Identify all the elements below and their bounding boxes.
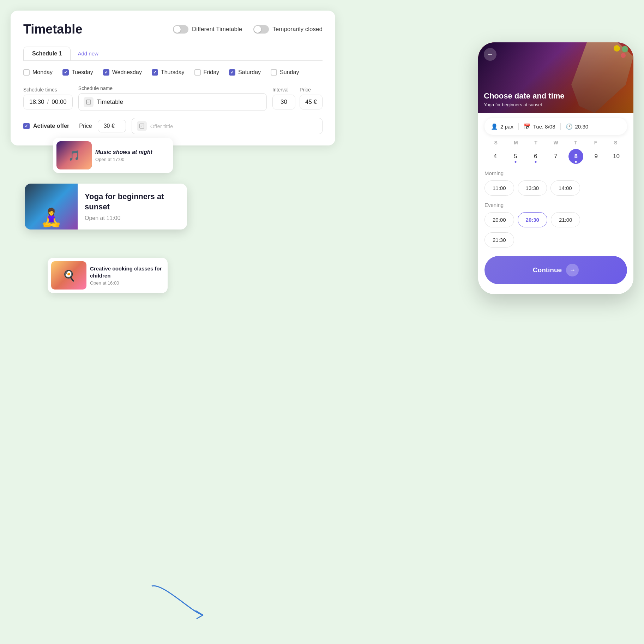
continue-arrow-icon: → [566,264,579,276]
day-name-t1: T [526,140,546,145]
dt-date[interactable]: 📅 Tue, 8/08 [524,123,555,130]
time-start: 18:30 [29,99,44,106]
price-label: Price [300,87,323,93]
date-value: Tue, 8/08 [533,124,555,130]
cal-date-7[interactable]: 7 [548,149,563,164]
phone-mockup: ← Choose date and time Yoga for beginner… [478,42,633,294]
day-wednesday[interactable]: Wednesday [103,69,142,76]
time-icon: 🕐 [566,123,573,130]
time-inputs-container[interactable]: 18:30 / 00:00 [23,95,73,109]
slot-2100[interactable]: 21:00 [551,212,580,227]
day-name-f: F [586,140,606,145]
slot-1100[interactable]: 11:00 [484,180,514,196]
header-text-overlay: Choose date and time Yoga for beginners … [484,91,565,107]
timetable-panel: Timetable Different Timetable Temporaril… [11,11,335,145]
time-value: 20:30 [575,124,589,130]
dt-divider-1 [518,123,519,130]
cooking-card[interactable]: 🍳 Creative cooking classes for children … [48,258,168,293]
day-name-w: W [546,140,566,145]
checkbox-thursday[interactable] [152,69,158,76]
checkbox-sunday[interactable] [271,69,277,76]
continue-label: Continue [533,266,562,274]
music-card-content: Music shows at night Open at 17:00 [95,149,167,162]
interval-input[interactable]: 30 [272,95,295,109]
calendar-dates: 4 5 6 7 8 9 10 [486,149,626,164]
offer-title-container[interactable]: Offer tittle [132,118,323,134]
pax-value: 2 pax [500,124,513,130]
checkbox-tuesday[interactable] [62,69,69,76]
day-friday[interactable]: Friday [194,69,219,76]
morning-slots: 11:00 13:30 14:00 [484,180,627,196]
music-card-title: Music shows at night [95,149,167,155]
price-sub-group: Price 45 € [300,87,323,109]
cal-date-6[interactable]: 6 [528,149,543,164]
interval-group: Interval 30 Price 45 € [272,87,323,109]
name-input-container[interactable]: Timetable [78,93,267,111]
interval-label: Interval [272,87,295,93]
yoga-card[interactable]: 🧘‍♀️ Yoga for beginners at sunset Open a… [25,184,187,229]
name-icon [84,97,94,107]
slot-2000[interactable]: 20:00 [484,212,514,227]
morning-label: Morning [484,170,627,176]
dt-time[interactable]: 🕐 20:30 [566,123,589,130]
offer-row: Activate offer Price 30 € Offer tittle [23,118,323,134]
slot-2030[interactable]: 20:30 [518,212,547,227]
phone-header-image: ← Choose date and time Yoga for beginner… [478,42,633,113]
timetable-header: Timetable Different Timetable Temporaril… [23,22,323,37]
activate-offer-label[interactable]: Activate offer [23,123,69,129]
day-thursday[interactable]: Thursday [152,69,185,76]
offer-title-placeholder[interactable]: Offer tittle [150,123,173,129]
day-name-s1: S [486,140,506,145]
slot-2130[interactable]: 21:30 [484,232,514,248]
cal-date-8[interactable]: 8 [568,149,583,164]
evening-label: Evening [484,202,627,208]
schedule-name-group: Schedule name Timetable [78,85,267,111]
back-button[interactable]: ← [484,48,496,61]
offer-checkbox[interactable] [23,123,30,129]
toggle-closed-switch[interactable] [253,25,269,34]
interval-sub-group: Interval 30 [272,87,295,109]
checkbox-friday[interactable] [194,69,201,76]
continue-button[interactable]: Continue → [484,256,627,284]
music-card[interactable]: 🎵 Music shows at night Open at 17:00 [53,138,173,173]
calendar-section: S M T W T F S 4 5 6 7 8 9 10 [484,140,627,164]
slot-1400[interactable]: 14:00 [550,180,580,196]
toggle-different-switch[interactable] [173,25,188,34]
yoga-card-open-time: Open at 11:00 [85,215,180,221]
cal-date-10[interactable]: 10 [609,149,624,164]
checkbox-wednesday[interactable] [103,69,109,76]
curved-arrow [141,579,212,623]
tab-add-new[interactable]: Add new [71,47,105,60]
cal-date-5[interactable]: 5 [508,149,523,164]
offer-price-input[interactable]: 30 € [98,120,126,132]
price-input[interactable]: 45 € [300,95,323,109]
toggle-different-label: Different Timetable [192,26,242,33]
schedule-times-group: Schedule times 18:30 / 00:00 [23,87,73,109]
checkbox-saturday[interactable] [229,69,235,76]
slot-1330[interactable]: 13:30 [518,180,547,196]
phone-header-subtitle: Yoga for beginners at sunset [484,102,565,107]
day-sunday[interactable]: Sunday [271,69,299,76]
day-tuesday[interactable]: Tuesday [62,69,93,76]
offer-text: Activate offer [33,123,69,129]
day-name-t2: T [566,140,586,145]
music-card-open-time: Open at 17:00 [95,157,167,162]
cal-date-9[interactable]: 9 [589,149,603,164]
tab-schedule1[interactable]: Schedule 1 [23,47,71,60]
offer-icon [137,121,147,131]
name-value: Timetable [97,99,123,106]
day-saturday[interactable]: Saturday [229,69,261,76]
dt-pax[interactable]: 👤 2 pax [491,123,513,130]
times-label: Schedule times [23,87,73,93]
checkbox-monday[interactable] [23,69,30,76]
phone-body: 👤 2 pax 📅 Tue, 8/08 🕐 20:30 S M T W T [478,118,633,294]
toggle-different-timetable[interactable]: Different Timetable [173,25,242,34]
toggle-temporarily-closed[interactable]: Temporarily closed [253,25,323,34]
evening-slots: 20:00 20:30 21:00 [484,212,627,227]
phone-header-title: Choose date and time [484,91,565,101]
day-monday[interactable]: Monday [23,69,53,76]
cooking-card-open-time: Open at 16:00 [90,280,163,286]
schedule-fields-row: Schedule times 18:30 / 00:00 Schedule na… [23,85,323,111]
yoga-card-title: Yoga for beginners at sunset [85,192,180,212]
cal-date-4[interactable]: 4 [488,149,503,164]
